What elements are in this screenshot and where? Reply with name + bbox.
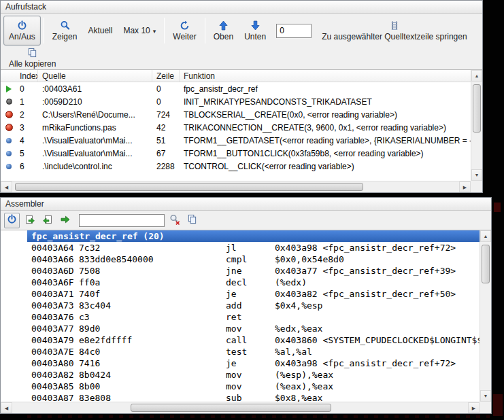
- frame-index-input[interactable]: [276, 24, 312, 38]
- asm-address: 00403A6F: [31, 277, 79, 288]
- asm-line[interactable]: 00403A80 7416 je 0x403a98 <fpc_ansistr_d…: [27, 357, 480, 369]
- asm-bytes: 8b0424: [79, 369, 226, 381]
- column-header-index[interactable]: Index: [1, 70, 38, 82]
- more-frames-button[interactable]: Weiter: [167, 16, 201, 46]
- current-button[interactable]: Aktuell: [82, 16, 118, 46]
- scroll-thumb[interactable]: [482, 245, 490, 283]
- asm-bytes: 7508: [79, 265, 226, 277]
- callstack-row[interactable]: 2 C:\Users\René\Docume... 724 TBLOCKSERI…: [1, 108, 471, 121]
- scroll-up-button[interactable]: ▲: [480, 230, 491, 242]
- callstack-horizontal-scrollbar[interactable]: ◀ ▶: [1, 181, 471, 192]
- scroll-down-icon: ▼: [484, 393, 488, 398]
- frame-up-button[interactable]: Oben: [208, 16, 239, 46]
- asm-line[interactable]: 00403A77 89d0 mov %edx,%eax: [27, 323, 480, 334]
- frame-function: TCONTROL__CLICK(<error reading variable>…: [180, 162, 471, 171]
- scroll-thumb[interactable]: [473, 84, 481, 133]
- frame-function: TRIKACONNECTION__CREATE(3, 9600, 0x1, <e…: [180, 123, 471, 133]
- scroll-thumb[interactable]: [131, 404, 331, 412]
- scroll-down-button[interactable]: ▼: [471, 169, 482, 181]
- frame-index: 5: [17, 149, 38, 158]
- asm-line[interactable]: 00403A71 740f je 0x403a82 <fpc_ansistr_d…: [27, 288, 480, 300]
- asm-line[interactable]: 00403A82 8b0424 mov (%esp),%eax: [27, 369, 480, 381]
- asm-line[interactable]: 00403A85 8b00 mov (%eax),%eax: [27, 381, 480, 392]
- desktop-background: Aufrufstack An/Aus: [0, 0, 504, 420]
- callstack-vertical-scrollbar[interactable]: ▲ ▼: [471, 70, 482, 181]
- callstack-row[interactable]: 0 :00403A61 0 fpc_ansistr_decr_ref: [1, 82, 471, 95]
- assembler-listing: fpc_ansistr_decr_ref (20) 00403A64 7c32 …: [1, 230, 480, 402]
- scroll-down-button[interactable]: ▼: [480, 390, 491, 402]
- scroll-track[interactable]: [480, 242, 491, 390]
- callstack-row[interactable]: 5 .\VisualEvaluator\mMai... 67 TFORM1__B…: [1, 147, 471, 160]
- frame-source: C:\Users\René\Docume...: [38, 110, 152, 120]
- asm-search-input[interactable]: [79, 214, 165, 227]
- scroll-right-button[interactable]: ▶: [468, 402, 480, 413]
- assembler-horizontal-scrollbar[interactable]: ◀ ▶: [1, 402, 480, 413]
- power-toggle-button[interactable]: An/Aus: [3, 16, 41, 46]
- frame-function: fpc_ansistr_decr_ref: [180, 84, 471, 94]
- scroll-track[interactable]: [12, 402, 468, 413]
- asm-search-button[interactable]: [167, 213, 182, 228]
- copy-all-button[interactable]: Alle kopieren: [3, 46, 61, 69]
- frame-function: TFORM1__GETDATASET(<error reading variab…: [180, 136, 471, 145]
- callstack-row[interactable]: 3 mRikaFunctions.pas 42 TRIKACONNECTION_…: [1, 121, 471, 134]
- scroll-right-icon: ▶: [472, 406, 475, 410]
- goto-line-icon: [389, 20, 400, 31]
- asm-operands: 0x403a98 <fpc_ansistr_decr_ref+72>: [275, 242, 480, 253]
- frame-down-button[interactable]: Unten: [239, 16, 271, 46]
- scroll-up-button[interactable]: ▲: [471, 70, 482, 82]
- callstack-row[interactable]: 4 .\VisualEvaluator\mMai... 51 TFORM1__G…: [1, 134, 471, 147]
- asm-line[interactable]: 00403A87 83e808 sub $0x8,%eax: [27, 392, 480, 402]
- assembler-vertical-scrollbar[interactable]: ▲ ▼: [480, 230, 491, 402]
- copy-icon: [27, 48, 37, 58]
- column-header-function[interactable]: Funktion: [180, 70, 471, 82]
- asm-bytes: 7c32: [79, 242, 226, 253]
- goto-pc-button[interactable]: [57, 213, 73, 228]
- scroll-thumb[interactable]: [15, 183, 363, 191]
- asm-bytes: 83c404: [79, 300, 226, 311]
- scroll-right-button[interactable]: ▶: [459, 181, 471, 192]
- column-header-line[interactable]: Zeile: [152, 70, 180, 82]
- assembler-titlebar[interactable]: Assembler: [1, 198, 491, 211]
- asm-line[interactable]: 00403A76 c3 ret: [27, 311, 480, 323]
- scroll-track[interactable]: [12, 181, 459, 192]
- scroll-track[interactable]: [471, 82, 482, 169]
- background-artifact: [494, 203, 501, 212]
- asm-line[interactable]: 00403A79 e8e2fdffff call 0x403860 <SYSTE…: [27, 334, 480, 346]
- current-label: Aktuell: [88, 26, 112, 35]
- asm-line[interactable]: 00403A6D 7508 jne 0x403a77 <fpc_ansistr_…: [27, 265, 480, 277]
- asm-copy-button[interactable]: [184, 213, 200, 228]
- goto-current-address-button[interactable]: [39, 213, 55, 228]
- callstack-titlebar[interactable]: Aufrufstack: [1, 1, 482, 14]
- frame-line: 0: [152, 84, 180, 94]
- asm-mnemonic: add: [226, 300, 275, 311]
- asm-line[interactable]: 00403A64 7c32 jl 0x403a98 <fpc_ansistr_d…: [27, 242, 480, 253]
- asm-bytes: c3: [79, 311, 226, 323]
- scroll-left-button[interactable]: ◀: [1, 402, 12, 413]
- show-button[interactable]: Zeigen: [47, 16, 83, 46]
- asm-operands: (%eax),%eax: [275, 381, 480, 392]
- callstack-row[interactable]: 6 .\include\control.inc 2288 TCONTROL__C…: [1, 160, 471, 173]
- goto-source-line-label: Zu ausgewählter Quelltextzeile springen: [322, 32, 467, 41]
- frame-line: 2288: [152, 162, 180, 171]
- page-arrow-icon: [24, 214, 35, 227]
- goto-source-line-button[interactable]: Zu ausgewählter Quelltextzeile springen: [316, 16, 472, 46]
- asm-operands: $0x0,0x54e8d0: [275, 253, 480, 265]
- asm-mnemonic: mov: [226, 381, 275, 392]
- asm-line[interactable]: 00403A73 83c404 add $0x4,%esp: [27, 300, 480, 311]
- asm-line[interactable]: 00403A66 833dd0e8540000 cmpl $0x0,0x54e8…: [27, 253, 480, 265]
- callstack-row[interactable]: 1 :0059D210 0 INIT_MRIKATYPESANDCONSTS_T…: [1, 95, 471, 108]
- frame-source: .\VisualEvaluator\mMai...: [38, 136, 152, 145]
- goto-address-button[interactable]: [22, 213, 37, 228]
- toolbar-separator: [205, 18, 205, 43]
- asm-line[interactable]: 00403A7E 84c0 test %al,%al: [27, 346, 480, 357]
- asm-operands: 0x403860 <SYSTEM_CPUDECLOCKED$LONGINT$$B…: [275, 334, 480, 346]
- column-header-source[interactable]: Quelle: [38, 70, 152, 82]
- show-label: Zeigen: [52, 32, 78, 41]
- scroll-left-button[interactable]: ◀: [1, 181, 12, 192]
- frame-source: :00403A61: [38, 84, 152, 94]
- max-depth-dropdown[interactable]: Max 10 ▾: [118, 16, 161, 46]
- asm-power-toggle-button[interactable]: [4, 213, 20, 228]
- asm-line[interactable]: 00403A6F ff0a decl (%edx): [27, 277, 480, 288]
- asm-selected-line[interactable]: fpc_ansistr_decr_ref (20): [27, 230, 480, 242]
- asm-operands: (%edx): [275, 277, 480, 288]
